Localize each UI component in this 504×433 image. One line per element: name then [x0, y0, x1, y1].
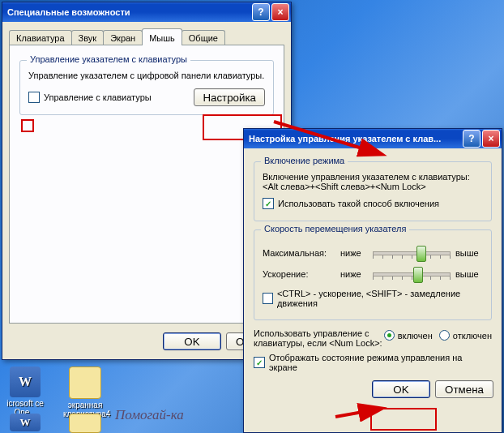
- tab-general[interactable]: Общие: [182, 30, 225, 45]
- checkbox-label: Использовать такой способ включения: [278, 199, 439, 208]
- checkbox-use-shortcut[interactable]: ✓ Использовать такой способ включения: [263, 198, 483, 209]
- ok-button[interactable]: OK: [163, 332, 221, 350]
- groupbox-title: Управление указателем с клавиатуры: [27, 54, 190, 64]
- description: Управление указателем с цифровой панели …: [28, 71, 265, 80]
- help-button[interactable]: ?: [252, 3, 270, 21]
- ok-button[interactable]: OK: [372, 380, 430, 398]
- checkbox-label: Отображать состояние режима управления н…: [269, 353, 492, 372]
- slider-thumb[interactable]: [413, 267, 423, 283]
- title: Настройка управления указателем с клав..…: [249, 134, 461, 144]
- slider-thumb[interactable]: [416, 246, 426, 262]
- checkbox-label: Управление с клавиатуры: [44, 92, 152, 102]
- checkbox-icon: [263, 293, 273, 304]
- groupbox-title: Скорость перемещения указателя: [261, 224, 409, 234]
- desktop-icon[interactable]: экранная клавиатура4: [63, 367, 107, 418]
- radio-numlock-off[interactable]: отключен: [439, 330, 492, 341]
- folder-icon: [69, 414, 101, 433]
- cancel-button[interactable]: Отмена: [435, 380, 493, 398]
- tabs: Клавиатура Звук Экран Мышь Общие: [9, 28, 284, 45]
- word-icon: W: [10, 367, 41, 397]
- close-button[interactable]: ×: [271, 3, 289, 21]
- checkbox-mousekeys[interactable]: Управление с клавиатуры: [28, 92, 152, 103]
- slider-acceleration[interactable]: Ускорение: ниже выше: [263, 266, 483, 282]
- radio-numlock-on[interactable]: включен: [384, 330, 433, 341]
- watermark-caption: Помогай-ка: [115, 407, 184, 423]
- checkbox-ctrl-shift[interactable]: <CTRL> - ускорение, <SHIFT> - замедление…: [263, 289, 483, 308]
- desktop-icon[interactable]: W: [3, 414, 47, 433]
- desktop-icon[interactable]: W icrosoft ce One...: [3, 367, 47, 417]
- numlock-label: Использовать управление с клавиатуры, ес…: [254, 328, 384, 348]
- annotation-highlight: [370, 408, 437, 431]
- slider-max-speed[interactable]: Максимальная: ниже выше: [263, 245, 483, 261]
- close-button[interactable]: ×: [482, 130, 500, 148]
- checkbox-icon: ✓: [263, 198, 274, 209]
- groupbox-title: Включение режима: [261, 156, 348, 165]
- checkbox-show-state[interactable]: ✓ Отображать состояние режима управления…: [254, 353, 492, 372]
- dialog-mousekeys-settings: Настройка управления указателем с клав..…: [243, 128, 502, 433]
- tab-keyboard[interactable]: Клавиатура: [9, 30, 72, 45]
- description: Включение управления указателем с клавиа…: [263, 172, 483, 191]
- groupbox-speed: Скорость перемещения указателя Максималь…: [254, 229, 492, 320]
- tab-mouse[interactable]: Мышь: [142, 28, 182, 45]
- keyboard-icon: [69, 367, 101, 399]
- groupbox-mousekeys: Управление указателем с клавиатуры Управ…: [19, 60, 274, 115]
- titlebar[interactable]: Специальные возможности ? ×: [2, 2, 291, 22]
- desktop-icon[interactable]: [63, 414, 107, 433]
- settings-button[interactable]: Настройка: [194, 88, 265, 106]
- word-icon: W: [10, 414, 41, 431]
- checkbox-icon: ✓: [254, 357, 265, 368]
- groupbox-activation: Включение режима Включение управления ук…: [254, 161, 492, 221]
- tab-display[interactable]: Экран: [103, 30, 143, 45]
- checkbox-label: <CTRL> - ускорение, <SHIFT> - замедление…: [277, 289, 483, 308]
- help-button[interactable]: ?: [463, 130, 481, 148]
- checkbox-icon: [28, 92, 40, 103]
- title: Специальные возможности: [7, 7, 250, 17]
- tab-sound[interactable]: Звук: [71, 30, 105, 45]
- titlebar[interactable]: Настройка управления указателем с клав..…: [244, 129, 502, 148]
